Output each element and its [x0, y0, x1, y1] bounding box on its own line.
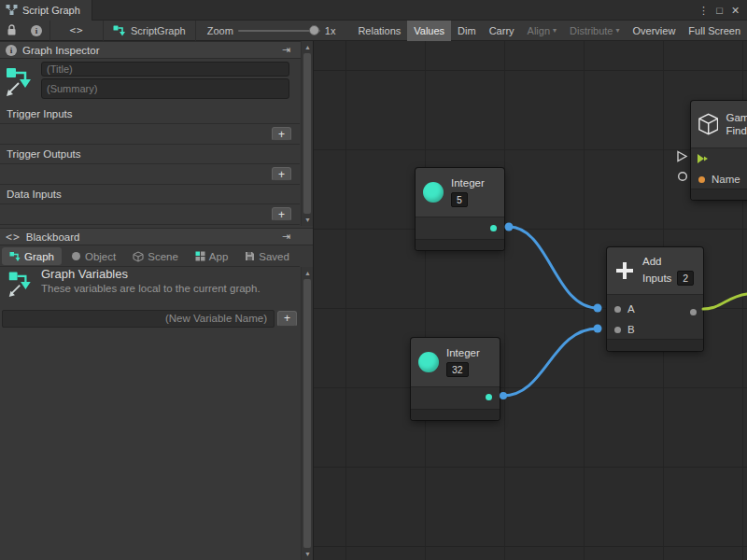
wire-endpoint-dot[interactable]: [505, 223, 514, 231]
tab-object[interactable]: Object: [63, 247, 123, 265]
scroll-down-icon[interactable]: ▼: [302, 549, 314, 559]
scrollbar-thumb[interactable]: [303, 53, 311, 214]
wire-add-output[interactable]: [703, 294, 747, 309]
scrollbar-thumb[interactable]: [303, 279, 311, 548]
dim-button[interactable]: Dim: [451, 21, 483, 41]
empty-list-row: +: [0, 204, 300, 224]
button-label: Align: [528, 25, 550, 36]
new-variable-row: +: [2, 309, 297, 328]
graph-tab-icon: [9, 251, 21, 262]
toolbar-buttons: Relations Values Dim Carry Align▾ Distri…: [351, 21, 747, 41]
graph-inspector-header: i Graph Inspector ⇥: [0, 41, 313, 59]
button-label: Carry: [489, 25, 514, 36]
align-button[interactable]: Align▾: [521, 21, 563, 41]
graph-glyph-icon: [5, 63, 36, 99]
inspector-sections: Trigger Inputs + Trigger Outputs + Data …: [0, 105, 300, 225]
tab-saved[interactable]: Saved: [237, 247, 297, 265]
section-label: Data Inputs: [0, 185, 300, 203]
blackboard-icon: <>: [6, 231, 21, 244]
tab-app[interactable]: App: [188, 247, 235, 265]
tab-label: Scene: [148, 251, 178, 262]
popout-icon[interactable]: ⇥: [282, 44, 290, 56]
graph-asset-reference[interactable]: ScriptGraph: [104, 21, 196, 41]
tab-title: Script Graph: [22, 5, 80, 16]
window-menu-icon[interactable]: ⋮: [696, 0, 712, 21]
tab-scene[interactable]: Scene: [125, 247, 186, 265]
blackboard-header: <> Blackboard ⇥: [0, 228, 313, 245]
scroll-up-icon[interactable]: ▲: [302, 268, 314, 278]
graph-variables-description: These variables are local to the current…: [41, 283, 261, 294]
zoom-value: 1x: [325, 25, 336, 36]
tab-label: App: [209, 251, 228, 262]
graph-inspector-title: Graph Inspector: [22, 45, 99, 56]
wire-endpoint-dot[interactable]: [594, 304, 602, 313]
title-input[interactable]: [41, 62, 289, 77]
add-trigger-input-button[interactable]: +: [272, 127, 291, 141]
button-label: Relations: [358, 25, 401, 36]
dropdown-caret-icon: ▾: [616, 27, 620, 35]
inspector-scrollbar[interactable]: ▲ ▼: [301, 41, 313, 226]
blackboard-tabs: Graph Object Scene: [0, 246, 300, 267]
button-label: Values: [414, 25, 444, 36]
tab-label: Saved: [259, 251, 289, 262]
wire-endpoint-dot[interactable]: [594, 325, 602, 333]
wire-integer1-to-add-a[interactable]: [509, 227, 598, 308]
edit-graph-button[interactable]: <>: [49, 21, 104, 41]
values-button[interactable]: Values: [407, 21, 451, 41]
graph-variables-title: Graph Variables: [41, 267, 128, 281]
zoom-slider-knob[interactable]: [309, 25, 319, 35]
zoom-label: Zoom: [207, 25, 233, 36]
info-icon[interactable]: i: [31, 25, 42, 36]
tab-label: Object: [85, 251, 116, 262]
empty-list-row: +: [0, 164, 300, 184]
carry-button[interactable]: Carry: [483, 21, 521, 41]
overview-button[interactable]: Overview: [627, 21, 683, 41]
window-controls: ⋮ □ ✕: [696, 0, 747, 21]
script-graph-window: Script Graph ⋮ □ ✕ i <> ScriptGraph: [0, 0, 747, 560]
distribute-button[interactable]: Distribute▾: [563, 21, 626, 41]
graph-canvas[interactable]: Integer 5 Integer 32: [314, 41, 747, 560]
blackboard-scrollbar[interactable]: ▲ ▼: [301, 267, 313, 560]
wire-endpoint-dot[interactable]: [500, 392, 507, 399]
add-data-input-button[interactable]: +: [272, 207, 291, 221]
button-label: Dim: [458, 25, 476, 36]
button-label: Overview: [633, 25, 676, 36]
scroll-down-icon[interactable]: ▼: [302, 215, 314, 225]
section-data-inputs: Data Inputs +: [0, 185, 300, 225]
relations-button[interactable]: Relations: [351, 21, 407, 41]
zoom-slider[interactable]: [238, 21, 320, 41]
titlebar: Script Graph ⋮ □ ✕: [0, 0, 747, 21]
zoom-slider-track[interactable]: [238, 30, 320, 32]
lock-glyph: [7, 24, 17, 36]
graph-name: ScriptGraph: [131, 25, 186, 36]
object-tab-icon: [71, 251, 81, 261]
tab-graph[interactable]: Graph: [2, 247, 62, 265]
scroll-up-icon[interactable]: ▲: [302, 42, 314, 52]
popout-icon[interactable]: ⇥: [282, 231, 290, 243]
graph-toolbar: i <> ScriptGraph Zoom 1x Relations Value…: [0, 21, 747, 41]
add-variable-button[interactable]: +: [277, 311, 297, 327]
dropdown-caret-icon: ▾: [553, 27, 557, 35]
blackboard-title: Blackboard: [26, 231, 80, 243]
lock-icon[interactable]: [0, 21, 23, 41]
add-trigger-output-button[interactable]: +: [272, 167, 291, 181]
app-tab-icon: [195, 251, 205, 261]
full-screen-button[interactable]: Full Screen: [682, 21, 747, 41]
button-label: Full Screen: [688, 25, 740, 36]
summary-input[interactable]: [41, 78, 289, 99]
new-variable-input[interactable]: [2, 310, 275, 328]
tab-label: Graph: [24, 251, 54, 262]
scene-tab-icon: [133, 251, 144, 262]
empty-list-row: +: [0, 124, 300, 144]
info-icon: i: [6, 45, 17, 56]
window-close-icon[interactable]: ✕: [727, 0, 743, 21]
window-maximize-icon[interactable]: □: [712, 0, 727, 21]
divider: [0, 224, 300, 225]
section-trigger-inputs: Trigger Inputs +: [0, 105, 300, 145]
wire-integer2-to-add-b[interactable]: [503, 329, 598, 396]
section-trigger-outputs: Trigger Outputs +: [0, 145, 300, 185]
graph-asset-icon: [113, 24, 126, 37]
sidebar: i Graph Inspector ⇥ Trigger Inputs +: [0, 41, 314, 560]
code-icon: <>: [69, 24, 83, 36]
tab-script-graph[interactable]: Script Graph: [0, 0, 92, 21]
